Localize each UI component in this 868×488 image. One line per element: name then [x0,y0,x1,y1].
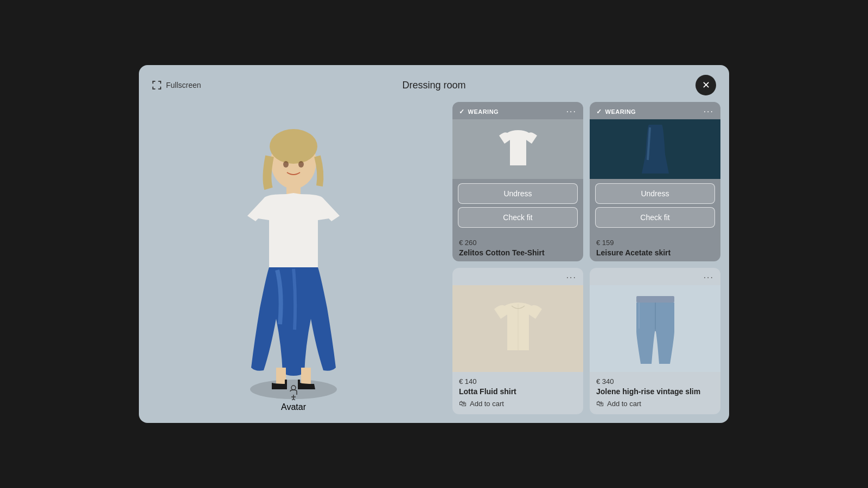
add-to-cart-label-skirt: Add to cart [607,261,641,262]
card-info-shirt: € 140 Lotta Fluid shirt 🛍 Add to cart [452,372,583,414]
wearing-label-tshirt: WEARING [468,108,499,115]
add-to-cart-skirt[interactable]: 🛍 Add to cart [596,260,641,261]
svg-line-13 [292,399,293,400]
product-image-tshirt [452,119,583,179]
add-to-cart-label-jeans: Add to cart [607,400,641,408]
svg-point-8 [283,161,289,168]
product-image-shirt [452,285,583,372]
product-card-jeans: ··· € 340 Jolene hig [590,268,720,414]
avatar-svg [212,102,375,406]
check-fit-button-tshirt[interactable]: Check fit [458,207,578,228]
product-card-tshirt: ✓ WEARING ··· Undress Check fit € 260 [452,102,583,261]
product-price-shirt: € 140 [459,377,577,386]
wearing-label-skirt: WEARING [605,108,636,115]
check-fit-button-skirt[interactable]: Check fit [595,207,715,228]
product-image-skirt [590,119,720,179]
fullscreen-icon [152,80,162,90]
wearing-badge-tshirt: ✓ WEARING [459,108,499,115]
close-icon: ✕ [702,80,710,90]
card-header-shirt: ··· [452,268,583,285]
skirt-svg [634,122,677,176]
fullscreen-button[interactable]: Fullscreen [152,80,201,90]
jeans-svg [631,293,680,364]
card-info-skirt: € 159 Leisure Acetate skirt 🛍 Add to car… [590,233,720,261]
tshirt-svg [496,125,540,174]
card-actions-skirt: Undress Check fit [590,179,720,233]
product-card-shirt: ··· € 140 Lotta Fluid shirt 🛍 [452,268,583,414]
products-panel: ✓ WEARING ··· Undress Check fit € 260 [448,102,729,423]
add-to-cart-tshirt[interactable]: 🛍 Add to cart [459,260,504,261]
modal-body: Avatar ✓ WEARING ··· [139,102,729,423]
avatar-display [139,102,448,414]
add-to-cart-shirt[interactable]: 🛍 Add to cart [459,399,504,408]
svg-rect-5 [301,368,311,384]
card-header-tshirt: ✓ WEARING ··· [452,102,583,119]
svg-rect-16 [636,296,674,303]
product-price-jeans: € 340 [596,377,714,386]
undress-button-skirt[interactable]: Undress [595,183,715,204]
more-options-tshirt[interactable]: ··· [566,107,577,116]
cart-icon-shirt: 🛍 [459,399,467,408]
svg-point-9 [298,161,304,168]
product-price-skirt: € 159 [596,239,714,247]
modal-header: Fullscreen Dressing room ✕ [139,65,729,102]
card-actions-tshirt: Undress Check fit [452,179,583,233]
avatar-text: Avatar [281,402,306,412]
product-name-skirt: Leisure Acetate skirt [596,248,714,257]
card-info-jeans: € 340 Jolene high-rise vintage slim 🛍 Ad… [590,372,720,414]
product-price-tshirt: € 260 [459,239,577,247]
product-name-shirt: Lotta Fluid shirt [459,387,577,396]
more-options-shirt[interactable]: ··· [566,273,577,282]
add-to-cart-jeans[interactable]: 🛍 Add to cart [596,399,641,408]
svg-point-10 [291,386,296,390]
check-icon-tshirt: ✓ [459,108,465,115]
close-button[interactable]: ✕ [695,75,716,95]
cart-icon-tshirt: 🛍 [459,260,467,261]
card-info-tshirt: € 260 Zelitos Cotton Tee-Shirt 🛍 Add to … [452,233,583,261]
cart-icon-skirt: 🛍 [596,260,604,261]
product-card-skirt: ✓ WEARING ··· Undress Check fit [590,102,720,261]
card-header-skirt: ✓ WEARING ··· [590,102,720,119]
cart-icon-jeans: 🛍 [596,399,604,408]
avatar-label-area[interactable]: Avatar [281,385,306,412]
modal-title: Dressing room [402,80,465,91]
shirt-svg [491,296,545,361]
add-to-cart-label-tshirt: Add to cart [470,261,504,262]
fullscreen-label: Fullscreen [166,81,201,89]
add-to-cart-label-shirt: Add to cart [470,400,504,408]
svg-rect-4 [276,368,286,384]
check-icon-skirt: ✓ [596,108,602,115]
product-name-tshirt: Zelitos Cotton Tee-Shirt [459,248,577,257]
product-image-jeans [590,285,720,372]
card-header-jeans: ··· [590,268,720,285]
product-name-jeans: Jolene high-rise vintage slim [596,387,714,396]
wearing-badge-skirt: ✓ WEARING [596,108,636,115]
svg-point-2 [270,129,317,164]
avatar-person-icon [287,385,300,400]
dressing-room-modal: Fullscreen Dressing room ✕ [139,65,729,423]
more-options-skirt[interactable]: ··· [704,107,714,116]
avatar-section: Avatar [139,102,448,423]
undress-button-tshirt[interactable]: Undress [458,183,578,204]
svg-line-14 [293,399,295,400]
more-options-jeans[interactable]: ··· [704,273,714,282]
